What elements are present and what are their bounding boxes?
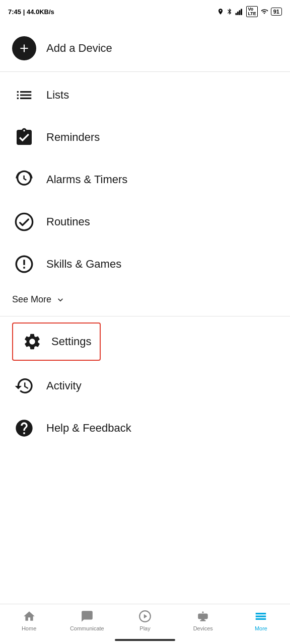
help-feedback-label: Help & Feedback	[46, 422, 131, 435]
svg-point-4	[16, 213, 32, 230]
settings-gear-icon	[23, 332, 42, 351]
routines-item[interactable]: Routines	[0, 201, 290, 243]
home-icon	[23, 610, 36, 623]
add-device-item[interactable]: Add a Device	[0, 27, 290, 69]
help-feedback-item[interactable]: Help & Feedback	[0, 407, 290, 449]
divider-2	[0, 316, 290, 316]
status-icons: VoLTE 91	[217, 6, 282, 17]
add-device-icon	[12, 36, 36, 60]
communicate-label: Communicate	[70, 625, 104, 631]
lists-item[interactable]: Lists	[0, 74, 290, 116]
svg-rect-0	[236, 13, 237, 15]
home-icon-container	[22, 609, 36, 623]
settings-icon-container	[21, 331, 43, 353]
nav-play[interactable]: Play	[116, 609, 174, 631]
battery-icon: 91	[271, 8, 282, 16]
status-bar: 7:45 | 44.0KB/s VoLTE 91	[0, 0, 290, 22]
play-icon-container	[138, 609, 152, 623]
settings-item[interactable]: Settings	[12, 323, 101, 361]
divider-1	[0, 71, 290, 72]
home-label: Home	[22, 625, 36, 631]
svg-rect-1	[238, 12, 239, 15]
nav-more[interactable]: More	[232, 609, 290, 631]
reminders-icon-container	[12, 125, 36, 149]
nav-home[interactable]: Home	[0, 609, 58, 631]
activity-icon-container	[12, 374, 36, 398]
reminders-label: Reminders	[46, 131, 100, 144]
lists-icon-container	[12, 83, 36, 107]
menu-list: Add a Device Lists Reminders Alarms & Ti…	[0, 22, 290, 454]
status-time: 7:45	[8, 8, 21, 16]
activity-item[interactable]: Activity	[0, 365, 290, 407]
play-icon	[138, 610, 152, 623]
settings-row: Settings	[0, 318, 290, 365]
skills-icon-container	[12, 252, 36, 276]
devices-icon	[196, 610, 209, 623]
routines-icon-container	[12, 210, 36, 234]
reminders-item[interactable]: Reminders	[0, 116, 290, 158]
status-network: |	[23, 8, 27, 16]
help-icon	[14, 418, 34, 438]
status-time-network: 7:45 | 44.0KB/s	[8, 8, 54, 16]
see-more-label: See More	[12, 294, 51, 305]
add-device-label: Add a Device	[46, 42, 112, 55]
skills-icon	[14, 254, 35, 275]
activity-history-icon	[14, 376, 34, 396]
svg-rect-2	[239, 10, 241, 15]
alarms-timers-label: Alarms & Timers	[46, 173, 127, 186]
location-icon	[217, 8, 224, 15]
wifi-icon	[260, 8, 269, 15]
skills-games-label: Skills & Games	[46, 258, 121, 271]
devices-icon-container	[196, 609, 210, 623]
bluetooth-icon	[226, 8, 233, 15]
alarms-timers-item[interactable]: Alarms & Timers	[0, 158, 290, 201]
svg-rect-3	[241, 9, 243, 15]
more-label: More	[255, 625, 267, 631]
alarm-icon	[14, 170, 34, 190]
bottom-nav: Home Communicate Play Devices	[0, 604, 290, 644]
devices-label: Devices	[193, 625, 213, 631]
routines-label: Routines	[46, 215, 90, 228]
volte-icon: VoLTE	[246, 6, 257, 17]
chevron-down-icon	[55, 295, 65, 305]
reminders-icon	[14, 127, 34, 147]
lists-label: Lists	[46, 89, 69, 102]
skills-games-item[interactable]: Skills & Games	[0, 243, 290, 285]
settings-label: Settings	[51, 335, 92, 348]
help-icon-container	[12, 416, 36, 440]
more-icon	[254, 610, 267, 623]
alarms-icon-container	[12, 168, 36, 192]
more-icon-container	[254, 609, 268, 623]
routines-icon	[14, 212, 34, 232]
see-more-button[interactable]: See More	[0, 285, 290, 314]
activity-label: Activity	[46, 379, 82, 392]
nav-communicate[interactable]: Communicate	[58, 609, 116, 631]
play-label: Play	[139, 625, 150, 631]
signal-icon	[235, 8, 244, 15]
plus-icon	[18, 42, 31, 55]
nav-devices[interactable]: Devices	[174, 609, 232, 631]
communicate-icon	[81, 610, 94, 623]
communicate-icon-container	[80, 609, 94, 623]
status-speed: 44.0KB/s	[27, 8, 54, 16]
lists-icon	[15, 86, 34, 105]
home-indicator	[115, 639, 175, 641]
